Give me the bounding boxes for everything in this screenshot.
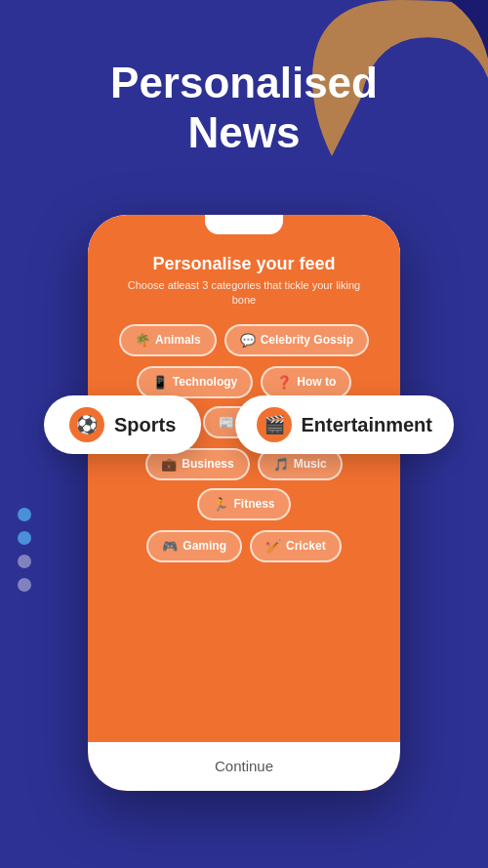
categories-row-3: 💼 Business 🎵 Music 🏃 Fitness xyxy=(100,448,388,520)
entertainment-label: Entertainment xyxy=(302,414,432,436)
entertainment-icon: 🎬 xyxy=(257,407,292,442)
cricket-icon: 🏏 xyxy=(265,539,281,554)
how-to-icon: ❓ xyxy=(276,375,292,390)
dot-1 xyxy=(18,508,31,521)
gaming-label: Gaming xyxy=(183,539,226,553)
technology-label: Technology xyxy=(173,375,237,389)
chip-how-to[interactable]: ❓ How to xyxy=(261,366,351,398)
technology-icon: 📱 xyxy=(152,375,168,390)
feed-subtitle: Choose atleast 3 categories that tickle … xyxy=(88,278,400,309)
page-title: Personalised News xyxy=(0,59,488,157)
dots-indicator xyxy=(18,508,31,592)
cricket-label: Cricket xyxy=(286,539,326,553)
chip-gaming[interactable]: 🎮 Gaming xyxy=(146,530,242,562)
dot-4 xyxy=(18,578,31,592)
sports-icon: ⚽ xyxy=(69,407,104,442)
feed-title: Personalise your feed xyxy=(152,254,335,274)
music-icon: 🎵 xyxy=(273,457,289,472)
entertainment-pill[interactable]: 🎬 Entertainment xyxy=(235,395,454,454)
music-label: Music xyxy=(294,457,327,471)
chip-cricket[interactable]: 🏏 Cricket xyxy=(250,530,342,562)
chip-technology[interactable]: 📱 Technology xyxy=(137,366,253,398)
categories-row-4: 🎮 Gaming 🏏 Cricket xyxy=(146,530,341,562)
sports-pill[interactable]: ⚽ Sports xyxy=(44,395,201,454)
celebrity-gossip-label: Celebrity Gossip xyxy=(261,333,353,347)
dot-2 xyxy=(18,531,31,545)
chip-celebrity-gossip[interactable]: 💬 Celebrity Gossip xyxy=(224,324,369,356)
how-to-label: How to xyxy=(297,375,336,389)
fitness-label: Fitness xyxy=(233,497,274,511)
continue-bar[interactable]: Continue xyxy=(88,742,400,791)
continue-button: Continue xyxy=(215,758,273,774)
gaming-icon: 🎮 xyxy=(162,539,178,554)
sports-label: Sports xyxy=(114,414,176,436)
phone-mockup: ⚽ Sports 🎬 Entertainment Personalise you… xyxy=(88,215,400,791)
fitness-icon: 🏃 xyxy=(213,497,228,512)
dot-3 xyxy=(18,555,31,568)
news-icon: 📰 xyxy=(219,415,234,430)
categories-row-1: 🌴 Animals 💬 Celebrity Gossip xyxy=(119,324,369,356)
chip-animals[interactable]: 🌴 Animals xyxy=(119,324,217,356)
celebrity-gossip-icon: 💬 xyxy=(240,333,256,348)
animals-label: Animals xyxy=(155,333,201,347)
business-icon: 💼 xyxy=(161,457,177,472)
animals-icon: 🌴 xyxy=(135,333,150,348)
business-label: Business xyxy=(182,457,233,471)
phone-shell: Personalise your feed Choose atleast 3 c… xyxy=(88,215,400,791)
phone-screen: Personalise your feed Choose atleast 3 c… xyxy=(88,215,400,791)
chip-fitness[interactable]: 🏃 Fitness xyxy=(197,488,290,520)
phone-notch xyxy=(205,215,283,234)
